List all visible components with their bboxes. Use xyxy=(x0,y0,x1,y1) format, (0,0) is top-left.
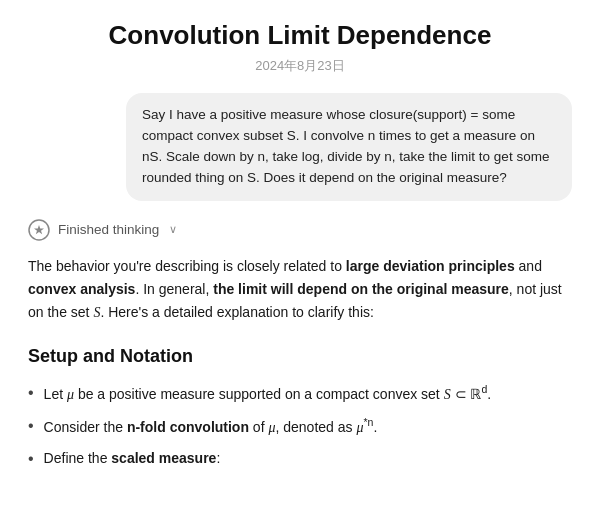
bold-limit-depends: the limit will depend on the original me… xyxy=(213,281,509,297)
bullet-list: Let μ be a positive measure supported on… xyxy=(28,381,572,479)
list-item: Let μ be a positive measure supported on… xyxy=(28,381,572,406)
list-item: Define the scaled measure: xyxy=(28,447,572,471)
response-mid: . In general, xyxy=(135,281,213,297)
user-message-wrapper: Say I have a positive measure whose clos… xyxy=(28,93,572,201)
list-item: Consider the n-fold convolution of μ, de… xyxy=(28,414,572,439)
date-line: 2024年8月23日 xyxy=(28,57,572,75)
bold-convex-analysis: convex analysis xyxy=(28,281,135,297)
response-text-before-bold1: The behavior you're describing is closel… xyxy=(28,258,346,274)
response-and: and xyxy=(515,258,542,274)
section-heading: Setup and Notation xyxy=(28,346,572,367)
response-intro-paragraph: The behavior you're describing is closel… xyxy=(28,255,572,324)
thinking-label: Finished thinking xyxy=(58,222,159,237)
user-bubble: Say I have a positive measure whose clos… xyxy=(126,93,572,201)
page-container: Convolution Limit Dependence 2024年8月23日 … xyxy=(0,0,600,505)
thinking-row: Finished thinking ∨ xyxy=(28,219,572,241)
bold-large-deviation: large deviation principles xyxy=(346,258,515,274)
page-title: Convolution Limit Dependence xyxy=(28,20,572,51)
response-tail: . Here's a detailed explanation to clari… xyxy=(100,304,374,320)
chevron-down-icon[interactable]: ∨ xyxy=(169,223,177,236)
ai-avatar-icon xyxy=(28,219,50,241)
ai-response-area: Finished thinking ∨ The behavior you're … xyxy=(28,219,572,505)
